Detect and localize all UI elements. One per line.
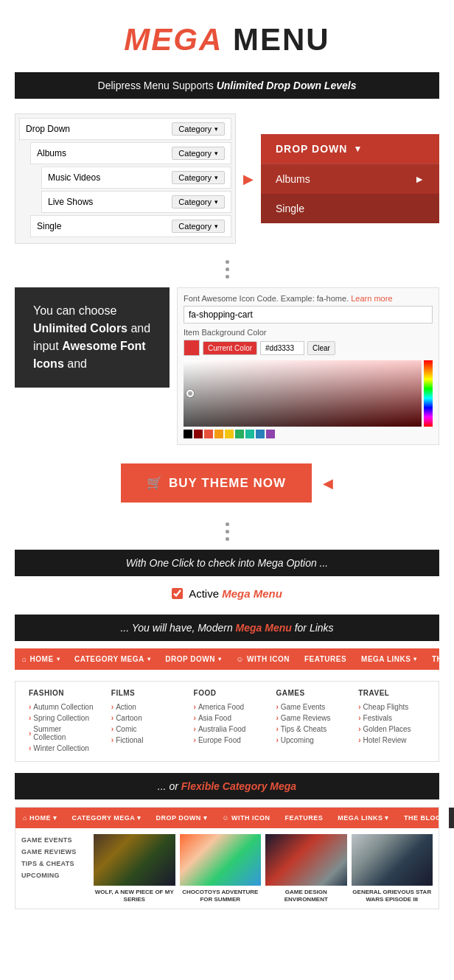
- cat-img-choco: CHOCOTOYS ADVENTURE FOR SUMMER: [180, 834, 262, 903]
- select-category-4[interactable]: Category: [172, 195, 225, 209]
- learn-more-link[interactable]: Learn more: [351, 294, 392, 303]
- fa-icon-panel: Font Awesome Icon Code. Example: fa-home…: [177, 287, 439, 445]
- list-item[interactable]: Cheap Flights: [358, 701, 425, 713]
- color-hash-input[interactable]: [260, 341, 304, 355]
- list-item[interactable]: Fictional: [111, 735, 178, 746]
- swatch-orange[interactable]: [214, 430, 223, 438]
- unlimited-colors-box: You can choose Unlimited Colors and inpu…: [15, 287, 170, 388]
- swatch-black[interactable]: [184, 430, 192, 438]
- swatch-dark-red[interactable]: [194, 430, 203, 438]
- nav-item-icon-2[interactable]: ☺ WITH ICON: [214, 808, 277, 828]
- color-picker-gradient[interactable]: [184, 360, 422, 427]
- banner-unlimited-dropdown: Delipress Menu Supports Unlimited Drop D…: [15, 72, 439, 99]
- nav-bar-2: ⌂ HOME ▾ CATEGORY MEGA ▾ DROP DOWN ▾ ☺ W…: [15, 808, 439, 828]
- title-mega: MEGA: [124, 22, 223, 57]
- nav-item-features[interactable]: FEATURES: [297, 648, 354, 670]
- select-category-3[interactable]: Category: [172, 171, 225, 184]
- arrow-left-icon: ◀: [323, 475, 333, 491]
- swatch-green[interactable]: [235, 430, 244, 438]
- dd-item-single[interactable]: Single: [261, 194, 439, 223]
- cat-list-item-game-reviews[interactable]: GAME REVIEWS: [21, 846, 88, 858]
- admin-row-music: Music Videos Category: [41, 167, 231, 189]
- list-item[interactable]: Hotel Review: [358, 735, 425, 746]
- list-item[interactable]: Europe Food: [194, 735, 261, 746]
- list-item[interactable]: Comic: [111, 724, 178, 735]
- nav-item-home[interactable]: ⌂ HOME ▾: [15, 648, 67, 670]
- mega-menu-checkbox[interactable]: [172, 588, 183, 599]
- color-swatch: [184, 340, 200, 356]
- admin-row-live: Live Shows Category: [41, 191, 231, 213]
- category-mega-section: ⌂ HOME ▾ CATEGORY MEGA ▾ DROP DOWN ▾ ☺ W…: [15, 807, 439, 909]
- title-menu: MENU: [223, 22, 329, 57]
- nav-item-blog-2[interactable]: THE BLOG: [397, 808, 449, 828]
- nav-item-category-mega[interactable]: CATEGORY MEGA ▾: [67, 648, 158, 670]
- mega-col-games: GAMES Game Events Game Reviews Tips & Ch…: [270, 689, 349, 754]
- one-click-banner: With One Click to check into Mega Option…: [15, 550, 439, 576]
- nav-item-feat-2[interactable]: FEATURES: [277, 808, 330, 828]
- dot-2: [226, 267, 229, 271]
- list-item[interactable]: Spring Collection: [29, 713, 96, 724]
- list-item[interactable]: Summer Collection: [29, 724, 96, 743]
- list-item[interactable]: Action: [111, 701, 178, 713]
- nav-item-home-2[interactable]: ⌂ HOME ▾: [15, 808, 64, 828]
- nav-item-mega-links[interactable]: MEGA LINKS ▾: [354, 648, 425, 670]
- list-item[interactable]: Upcoming: [276, 735, 343, 746]
- cat-list-item-upcoming[interactable]: UPCOMING: [21, 869, 88, 881]
- nav-item-with-icon[interactable]: ☺ WITH ICON: [228, 648, 297, 670]
- choco-image: [180, 834, 262, 886]
- dot-3: [226, 275, 229, 279]
- swatch-red[interactable]: [204, 430, 213, 438]
- dropdown-visual: DROP DOWN ▼ Albums ► Single: [261, 134, 439, 223]
- list-item[interactable]: Golden Places: [358, 724, 425, 735]
- nav-item-blog[interactable]: THE BLOG: [425, 648, 439, 670]
- list-item[interactable]: Game Events: [276, 701, 343, 713]
- swatch-yellow[interactable]: [225, 430, 234, 438]
- list-item[interactable]: Autumn Collection: [29, 701, 96, 713]
- hue-bar[interactable]: [424, 360, 433, 427]
- cat-img-grievous: GENERAL GRIEVOUS STAR WARS EPISODE III: [352, 834, 433, 903]
- list-item[interactable]: Winter Collection: [29, 743, 96, 754]
- fa-label: Font Awesome Icon Code. Example: fa-home…: [184, 294, 433, 303]
- dd-item-albums[interactable]: Albums ►: [261, 164, 439, 194]
- nav-item-drop-down[interactable]: DROP DOWN ▾: [158, 648, 228, 670]
- list-item[interactable]: Festivals: [358, 713, 425, 724]
- nav-item-ml-2[interactable]: MEGA LINKS ▾: [330, 808, 397, 828]
- admin-row-dropdown: Drop Down Category: [19, 118, 231, 140]
- nav-item-buy-2[interactable]: 🛒 BUY THEME NOW: [449, 808, 455, 828]
- mega-col-travel: TRAVEL Cheap Flights Festivals Golden Pl…: [352, 689, 431, 754]
- list-item[interactable]: Australia Food: [194, 724, 261, 735]
- list-item[interactable]: Game Reviews: [276, 713, 343, 724]
- swatch-teal[interactable]: [245, 430, 254, 438]
- admin-row-albums: Albums Category: [30, 142, 231, 164]
- select-category-5[interactable]: Category: [172, 220, 225, 233]
- mega-col-header-games: GAMES: [276, 689, 343, 697]
- chevron-down-icon: ▼: [353, 144, 363, 154]
- buy-theme-button[interactable]: 🛒 BUY THEME NOW: [121, 463, 312, 503]
- mega-col-films: FILMS Action Cartoon Comic Fictional: [105, 689, 184, 754]
- list-item[interactable]: Tips & Cheats: [276, 724, 343, 735]
- select-category-1[interactable]: Category: [172, 122, 225, 136]
- dd-header-label: DROP DOWN: [276, 143, 347, 155]
- select-category-2[interactable]: Category: [172, 147, 225, 160]
- swatch-blue[interactable]: [256, 430, 265, 438]
- cat-list-item-tips[interactable]: TIPS & CHEATS: [21, 858, 88, 869]
- list-item[interactable]: Asia Food: [194, 713, 261, 724]
- chevron-right-icon: ►: [414, 173, 425, 185]
- list-item[interactable]: America Food: [194, 701, 261, 713]
- nav-item-dd-2[interactable]: DROP DOWN ▾: [148, 808, 214, 828]
- category-mega-body: GAME EVENTS GAME REVIEWS TIPS & CHEATS U…: [15, 828, 439, 909]
- modern-mega-banner: ... You will have, Modern Mega Menu for …: [15, 615, 439, 641]
- fa-input[interactable]: [184, 306, 433, 323]
- color-label: Item Background Color: [184, 328, 433, 337]
- grievous-label: GENERAL GRIEVOUS STAR WARS EPISODE III: [352, 889, 433, 903]
- banner1-text: Delipress Menu Supports: [98, 80, 217, 91]
- category-list: GAME EVENTS GAME REVIEWS TIPS & CHEATS U…: [21, 834, 88, 903]
- list-item[interactable]: Cartoon: [111, 713, 178, 724]
- cat-list-item-game-events[interactable]: GAME EVENTS: [21, 834, 88, 846]
- wolf-image: [94, 834, 175, 886]
- clear-color-btn[interactable]: Clear: [307, 341, 335, 355]
- current-color-btn[interactable]: Current Color: [203, 341, 257, 355]
- swatch-purple[interactable]: [266, 430, 275, 438]
- buy-btn-label: BUY THEME NOW: [169, 476, 286, 491]
- nav-item-cat-mega-2[interactable]: CATEGORY MEGA ▾: [64, 808, 148, 828]
